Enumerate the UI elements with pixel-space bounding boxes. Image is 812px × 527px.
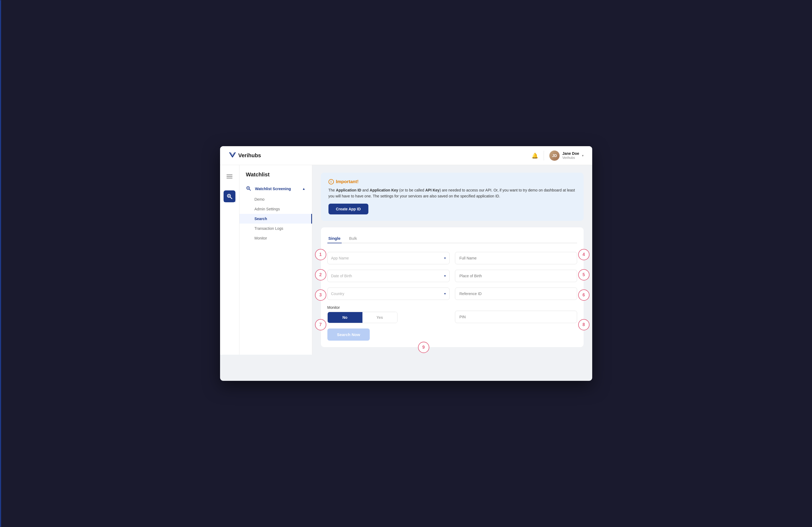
annotation-1: 1	[315, 249, 326, 260]
sidebar-item-search[interactable]: Search	[240, 214, 312, 223]
watchlist-nav-label: Watchlist	[223, 200, 235, 203]
user-org: Verihubs	[562, 156, 579, 160]
annotation-3: 3	[315, 289, 326, 301]
sidebar-section-watchlist-screening: Watchlist Screening ▲ Demo Admin Setting…	[240, 183, 312, 243]
sidebar-item-admin-settings[interactable]: Admin Settings	[240, 204, 312, 214]
icon-rail: Watchlist	[220, 165, 240, 355]
monitor-group: Monitor No Yes	[328, 305, 450, 323]
annotation-5: 5	[578, 269, 590, 280]
annotation-2: 2	[315, 269, 326, 280]
watchlist-screening-icon	[246, 186, 251, 192]
sidebar-section-label: Watchlist Screening	[255, 187, 291, 191]
reference-id-field	[455, 288, 577, 300]
annotation-9: 9	[418, 342, 429, 353]
body-layout: Watchlist Watchlist	[220, 165, 592, 355]
search-now-button[interactable]: Search Now	[328, 328, 370, 341]
annotation-6: 6	[578, 289, 590, 301]
create-app-id-button[interactable]: Create App ID	[329, 204, 368, 215]
user-info: Jane Doe Verihubs	[562, 151, 579, 160]
monitor-pin-row: Monitor No Yes	[328, 305, 577, 323]
country-select[interactable]	[328, 288, 450, 300]
sidebar-item-demo[interactable]: Demo	[240, 194, 312, 204]
form-row-3: Country ▾	[328, 288, 577, 300]
toggle-no-button[interactable]: No	[328, 312, 362, 323]
user-name: Jane Doe	[562, 151, 579, 156]
sidebar-item-transaction-logs[interactable]: Transaction Logs	[240, 223, 312, 233]
logo-area: Verihubs	[229, 151, 261, 160]
svg-rect-0	[227, 175, 232, 175]
app-name-field: App Name ▾	[328, 252, 450, 264]
tab-single[interactable]: Single	[328, 234, 342, 243]
sidebar-title: Watchlist	[240, 172, 312, 183]
pob-input[interactable]	[455, 270, 577, 282]
dob-field: Date of Birth ▾	[328, 270, 450, 282]
logo-text: Verihubs	[238, 152, 261, 159]
dob-select[interactable]	[328, 270, 450, 282]
user-area[interactable]: JD Jane Doe Verihubs ▾	[549, 150, 583, 161]
svg-line-5	[230, 197, 232, 199]
pin-field	[455, 311, 577, 323]
avatar: JD	[549, 150, 560, 161]
toggle-yes-button[interactable]: Yes	[362, 312, 397, 323]
header-right: 🔔 JD Jane Doe Verihubs ▾	[532, 150, 583, 161]
monitor-toggle-group: No Yes	[328, 312, 397, 323]
hamburger-icon[interactable]	[223, 171, 235, 182]
svg-point-4	[228, 195, 230, 196]
header: Verihubs 🔔 JD Jane Doe Verihubs ▾	[220, 146, 592, 165]
sidebar: Watchlist Watchlist Screening	[240, 165, 312, 355]
svg-line-7	[249, 189, 250, 190]
search-now-row: Search Now	[328, 328, 577, 341]
important-banner: i Important! The Application ID and Appl…	[321, 173, 584, 221]
chevron-down-icon: ▾	[582, 154, 584, 158]
full-name-input[interactable]	[455, 252, 577, 264]
verihubs-logo-icon	[229, 151, 236, 160]
annotation-7: 7	[315, 319, 326, 331]
form-row-2: Date of Birth ▾	[328, 270, 577, 282]
banner-title: i Important!	[329, 179, 576, 185]
pob-field	[455, 270, 577, 282]
sidebar-section-chevron: ▲	[302, 187, 306, 191]
tabs: Single Bulk	[328, 234, 577, 243]
form-card: 1 2 3 4 5 6	[321, 228, 584, 347]
country-field: Country ▾	[328, 288, 450, 300]
banner-text: The Application ID and Application Key (…	[329, 187, 576, 199]
app-name-select[interactable]	[328, 252, 450, 264]
info-icon: i	[329, 179, 334, 185]
reference-id-input[interactable]	[455, 288, 577, 300]
app-window: Verihubs 🔔 JD Jane Doe Verihubs ▾	[220, 146, 592, 381]
main-content: i Important! The Application ID and Appl…	[312, 165, 592, 355]
annotation-8: 8	[578, 319, 590, 331]
full-name-field	[455, 252, 577, 264]
tab-bulk[interactable]: Bulk	[348, 234, 358, 243]
bell-icon[interactable]: 🔔	[532, 152, 538, 159]
sidebar-item-monitor[interactable]: Monitor	[240, 233, 312, 243]
pin-input[interactable]	[455, 311, 577, 323]
monitor-label: Monitor	[328, 305, 450, 310]
form-row-1: App Name ▾	[328, 252, 577, 264]
sidebar-section-header[interactable]: Watchlist Screening ▲	[240, 183, 312, 194]
svg-rect-2	[227, 178, 232, 178]
svg-rect-1	[227, 176, 232, 177]
annotation-4: 4	[578, 249, 590, 260]
